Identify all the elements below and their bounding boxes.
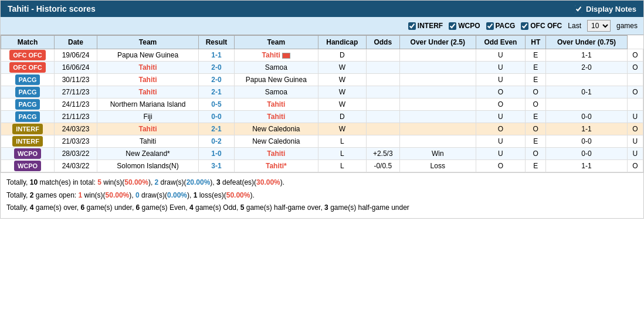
cell-team2: Tahiti bbox=[234, 98, 318, 111]
cell-ht: 1-1 bbox=[546, 160, 627, 172]
cell-ht: 0-0 bbox=[546, 148, 627, 160]
cell-team1: Tahiti bbox=[97, 86, 198, 98]
cell-oddeven: O bbox=[526, 86, 546, 98]
cell-ht bbox=[546, 98, 627, 111]
display-notes-checkbox[interactable] bbox=[575, 5, 582, 13]
cell-odds bbox=[399, 49, 476, 62]
header-handicap: Handicap bbox=[318, 36, 366, 49]
cell-handicap bbox=[366, 49, 399, 62]
cell-overunder: U bbox=[476, 135, 525, 148]
cell-oddeven: O bbox=[526, 98, 546, 111]
cell-date: 16/06/24 bbox=[55, 62, 97, 74]
cell-match-type: PACG bbox=[1, 74, 55, 86]
cell-overunder: U bbox=[476, 62, 525, 74]
cell-handicap bbox=[366, 74, 399, 86]
header-date: Date bbox=[55, 36, 97, 49]
cell-handicap: -0/0.5 bbox=[366, 160, 399, 172]
filter-pacg-checkbox[interactable] bbox=[486, 22, 494, 30]
filter-ofcofc-checkbox[interactable] bbox=[521, 22, 528, 30]
summary-line-2: Totally, 2 games open: 1 win(s)(50.00%),… bbox=[6, 189, 638, 202]
cell-match-type: PACG bbox=[1, 111, 55, 123]
cell-ht: 2-0 bbox=[546, 62, 627, 74]
table-row: PACG 30/11/23 Tahiti 2-0 Papua New Guine… bbox=[1, 74, 643, 86]
filter-ofcofc[interactable]: OFC OFC bbox=[521, 22, 562, 30]
cell-ht: 0-0 bbox=[546, 111, 627, 123]
cell-match-type: OFC OFC bbox=[1, 49, 55, 62]
cell-odds bbox=[399, 98, 476, 111]
filter-interf[interactable]: INTERF bbox=[408, 22, 443, 30]
cell-odds: Loss bbox=[399, 160, 476, 172]
cell-handicap bbox=[366, 123, 399, 135]
cell-match-type: PACG bbox=[1, 98, 55, 111]
cell-overunder: U bbox=[476, 148, 525, 160]
cell-overunder075: O bbox=[627, 62, 643, 74]
cell-team1: Tahiti bbox=[97, 62, 198, 74]
page-title: Tahiti - Historic scores bbox=[8, 4, 96, 13]
cell-odds bbox=[399, 135, 476, 148]
summary-bar: Totally, 10 match(es) in total: 5 win(s)… bbox=[1, 172, 643, 218]
cell-overunder: O bbox=[476, 98, 525, 111]
cell-result: 2-1 bbox=[199, 86, 235, 98]
cell-date: 24/11/23 bbox=[55, 98, 97, 111]
cell-match-type: OFC OFC bbox=[1, 62, 55, 74]
filter-ofcofc-label: OFC OFC bbox=[530, 22, 562, 30]
cell-oddeven: E bbox=[526, 49, 546, 62]
last-label: Last bbox=[568, 22, 581, 30]
table-row: OFC OFC 19/06/24 Papua New Guinea 1-1 Ta… bbox=[1, 49, 643, 62]
cell-overunder075: U bbox=[627, 135, 643, 148]
cell-oddeven: E bbox=[526, 74, 546, 86]
summary-line-3: Totally, 4 game(s) over, 6 game(s) under… bbox=[6, 202, 638, 215]
header-team2: Team bbox=[234, 36, 318, 49]
cell-overunder075: O bbox=[627, 123, 643, 135]
cell-overunder075: O bbox=[627, 49, 643, 62]
cell-date: 24/03/23 bbox=[55, 123, 97, 135]
header-odds: Odds bbox=[366, 36, 399, 49]
cell-match-type: WCPO bbox=[1, 160, 55, 172]
cell-date: 19/06/24 bbox=[55, 49, 97, 62]
filter-wcpo-checkbox[interactable] bbox=[449, 22, 456, 30]
filter-interf-label: INTERF bbox=[418, 22, 443, 30]
cell-outcome: D bbox=[318, 111, 366, 123]
cell-result: 0-2 bbox=[199, 135, 235, 148]
cell-ht: 1-1 bbox=[546, 123, 627, 135]
cell-result: 0-0 bbox=[199, 111, 235, 123]
filter-interf-checkbox[interactable] bbox=[408, 22, 416, 30]
table-row: PACG 21/11/23 Fiji 0-0 Tahiti D U E 0-0 … bbox=[1, 111, 643, 123]
cell-team1: Tahiti bbox=[97, 123, 198, 135]
match-badge: OFC OFC bbox=[9, 50, 46, 60]
cell-outcome: W bbox=[318, 86, 366, 98]
cell-overunder075: O bbox=[627, 160, 643, 172]
main-container: Tahiti - Historic scores Display Notes I… bbox=[0, 0, 644, 219]
header-overunder075: Over Under (0.75) bbox=[546, 36, 627, 49]
cell-team1: New Zealand* bbox=[97, 148, 198, 160]
cell-overunder: O bbox=[476, 160, 525, 172]
cell-outcome: W bbox=[318, 74, 366, 86]
filter-wcpo[interactable]: WCPO bbox=[449, 22, 480, 30]
cell-oddeven: E bbox=[526, 111, 546, 123]
cell-team1: Tahiti bbox=[97, 135, 198, 148]
cell-odds bbox=[399, 123, 476, 135]
cell-result: 2-0 bbox=[199, 74, 235, 86]
cell-handicap: +2.5/3 bbox=[366, 148, 399, 160]
title-bar: Tahiti - Historic scores Display Notes bbox=[1, 1, 643, 17]
cell-result: 0-5 bbox=[199, 98, 235, 111]
cell-date: 21/11/23 bbox=[55, 111, 97, 123]
cell-overunder075: U bbox=[627, 111, 643, 123]
cell-ht: 1-1 bbox=[546, 49, 627, 62]
table-row: PACG 27/11/23 Tahiti 2-1 Samoa W O O 0-1… bbox=[1, 86, 643, 98]
match-badge: PACG bbox=[15, 87, 40, 97]
filter-pacg[interactable]: PACG bbox=[486, 22, 516, 30]
cell-result: 2-0 bbox=[199, 62, 235, 74]
cell-overunder: O bbox=[476, 86, 525, 98]
cell-odds bbox=[399, 74, 476, 86]
cell-match-type: PACG bbox=[1, 86, 55, 98]
last-games-select[interactable]: 10 5 15 20 All bbox=[587, 20, 611, 32]
table-row: WCPO 24/03/22 Solomon Islands(N) 3-1 Tah… bbox=[1, 160, 643, 172]
cell-outcome: L bbox=[318, 148, 366, 160]
cell-odds bbox=[399, 86, 476, 98]
table-row: PACG 24/11/23 Northern Mariana Island 0-… bbox=[1, 98, 643, 111]
header-overunder25: Over Under (2.5) bbox=[399, 36, 476, 49]
cell-team2: Samoa bbox=[234, 86, 318, 98]
cell-ht: 0-1 bbox=[546, 86, 627, 98]
match-badge: OFC OFC bbox=[9, 62, 46, 73]
